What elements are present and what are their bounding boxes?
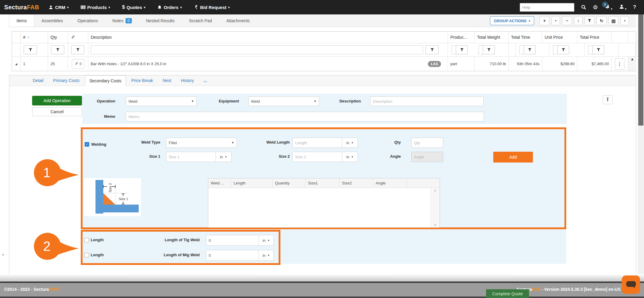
gear-icon[interactable]: ⚙ (593, 4, 598, 11)
operation-select[interactable]: Weld▼ (126, 96, 197, 106)
filter-product-button[interactable] (456, 45, 468, 54)
filter-product-input[interactable] (452, 45, 456, 54)
col-header-qty[interactable]: Qty (48, 32, 68, 43)
pin-button[interactable] (603, 95, 612, 104)
col-header-unit-price[interactable]: Unit Price (542, 32, 577, 43)
mig-weld-length-input[interactable] (206, 250, 259, 261)
expand-caret-icon[interactable]: ◢ (15, 62, 17, 65)
nav-products[interactable]: Products▾ (81, 5, 110, 10)
description-input[interactable] (370, 96, 484, 106)
filter-total-time-input[interactable] (519, 45, 524, 54)
weld-type-select[interactable]: Fillet▼ (166, 138, 237, 148)
remove-item-button[interactable]: − (562, 16, 572, 25)
tab-assemblies[interactable]: Assemblies (34, 14, 70, 27)
mig-length-checkbox[interactable] (84, 253, 89, 257)
filter-description-button[interactable] (425, 45, 439, 54)
app-logo[interactable]: SecturaFAB (4, 4, 39, 11)
col-header-total-price[interactable]: Total Price (577, 32, 612, 43)
group-actions-button[interactable]: GROUP ACTIONS▾ (490, 16, 534, 25)
tab-items[interactable]: Items (9, 14, 34, 27)
memo-input[interactable] (126, 112, 484, 121)
scroll-down-icon[interactable]: ▼ (434, 224, 437, 227)
tig-length-checkbox[interactable] (84, 238, 89, 242)
tab-price-break[interactable]: Price Break (127, 75, 157, 86)
cancel-button[interactable]: Cancel (32, 107, 82, 116)
tab-detail[interactable]: Detail (29, 75, 48, 86)
columns-grid-button[interactable]: ▦ (609, 16, 618, 25)
tab-nested-results[interactable]: Nested Results (139, 14, 182, 27)
filter-unit-price-button[interactable] (557, 45, 569, 54)
col-header-attachments[interactable] (68, 32, 88, 43)
weld-col-size2[interactable]: Size2 (340, 178, 373, 188)
filter-total-time-button[interactable] (524, 45, 536, 54)
page-scrollbar[interactable] (638, 14, 644, 274)
filter-qty-button[interactable] (51, 45, 64, 54)
tab-more[interactable]: ... (199, 75, 211, 86)
nav-orders[interactable]: Orders▾ (157, 5, 182, 10)
row-height-button[interactable]: ↕ (574, 16, 582, 25)
filter-unit-price-input[interactable] (553, 45, 557, 54)
help-icon[interactable]: ? (633, 4, 636, 10)
page-scrollbar-thumb[interactable] (638, 14, 643, 126)
nav-bid-request[interactable]: Bid Request▾ (194, 5, 230, 10)
size1-input[interactable] (166, 152, 216, 162)
weld-length-unit-select[interactable]: in▼ (342, 138, 358, 148)
columns-dropdown-button[interactable]: ▾ (621, 16, 629, 25)
tab-scratch-pad[interactable]: Scratch Pad (182, 14, 219, 27)
nav-quotes[interactable]: $ Quotes▾ (122, 5, 146, 10)
complete-quote-button[interactable]: Complete Quote (486, 289, 529, 298)
add-weld-button[interactable]: Add (493, 152, 533, 163)
weld-col-length[interactable]: Length (231, 178, 273, 188)
filter-total-weight-input[interactable] (479, 45, 483, 54)
size1-unit-select[interactable]: in▼ (216, 152, 231, 162)
scroll-up-icon[interactable]: ▲ (434, 189, 437, 192)
item-row[interactable]: ◢ 1 25 0 Bar With Holes - 1/2" A1008 8.0… (12, 57, 636, 71)
add-item-dropdown-button[interactable]: ▾ (552, 16, 560, 25)
col-header-num[interactable]: #↑ (21, 32, 48, 43)
filter-description-input[interactable] (91, 45, 423, 54)
equipment-select[interactable]: Weld▼ (248, 96, 319, 106)
tab-history[interactable]: History (177, 75, 198, 86)
add-item-button[interactable]: + (540, 16, 549, 25)
search-icon[interactable] (581, 5, 586, 10)
grid-scrollbar[interactable]: ▲ (628, 57, 636, 71)
tig-weld-length-input[interactable] (206, 235, 259, 246)
weld-col-angle[interactable]: Angle (373, 178, 407, 188)
tig-weld-length-unit-select[interactable]: in▼ (259, 235, 274, 246)
attachments-button[interactable]: 0 (72, 59, 84, 69)
chat-button[interactable] (622, 275, 640, 294)
tab-nest[interactable]: Nest (159, 75, 176, 86)
col-header-total-weight[interactable]: Total Weight (475, 32, 509, 43)
weld-length-input[interactable] (292, 138, 342, 148)
filter-total-price-input[interactable] (588, 45, 592, 54)
user-menu[interactable]: ▾ (619, 4, 627, 11)
filter-num-button[interactable] (24, 45, 37, 54)
filter-attachments-button[interactable] (71, 45, 84, 54)
col-header-total-time[interactable]: Total Time (509, 32, 542, 43)
refresh-button[interactable]: ↻ (597, 16, 606, 25)
nav-crm[interactable]: CRM▾ (49, 5, 68, 10)
scroll-down-icon[interactable]: ▼ (2, 253, 5, 257)
tab-attachments[interactable]: Attachments (219, 14, 257, 27)
welding-checkbox[interactable]: ✓ (85, 142, 89, 147)
notifications-menu[interactable]: 0 ▾ (605, 4, 612, 11)
tab-primary-costs[interactable]: Primary Costs (49, 75, 84, 86)
tab-operations[interactable]: Operations (70, 14, 105, 27)
mig-weld-length-unit-select[interactable]: in▼ (259, 250, 274, 261)
col-header-description[interactable]: Description (88, 32, 448, 43)
size2-unit-select[interactable]: in▼ (342, 152, 358, 162)
size2-input[interactable] (292, 152, 342, 162)
filter-total-weight-button[interactable] (483, 45, 495, 54)
weld-col-quantity[interactable]: Quantity (273, 178, 306, 188)
weld-col-size1[interactable]: Size1 (306, 178, 340, 188)
scroll-up-icon[interactable]: ▲ (630, 57, 634, 61)
weld-table-scrollbar[interactable]: ▲▼ (431, 188, 440, 227)
help-search-input[interactable] (520, 3, 574, 12)
col-header-product[interactable]: Produc... (448, 32, 475, 43)
weld-col-type[interactable]: Weld ... (208, 178, 231, 188)
filter-toggle-button[interactable] (585, 16, 594, 25)
tab-secondary-costs[interactable]: Secondary Costs (85, 75, 126, 86)
qty-input[interactable] (411, 138, 443, 148)
row-menu-button[interactable]: ⋮ (615, 58, 624, 70)
tab-notes[interactable]: Notes0 (105, 14, 139, 27)
